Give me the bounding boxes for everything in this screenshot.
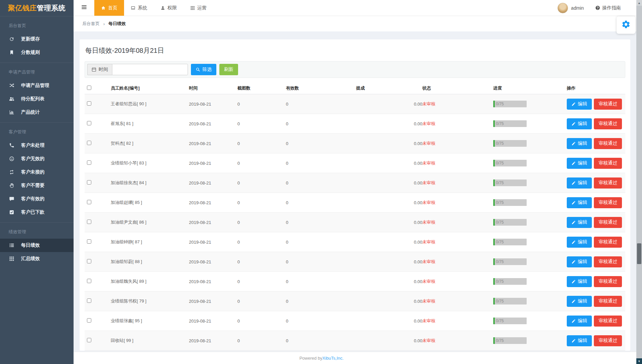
navbar-right: admin 操作指南 (557, 0, 636, 16)
progress-label: 0/75 (496, 140, 504, 147)
edit-button[interactable]: 编辑 (567, 256, 592, 267)
approve-button[interactable]: 审核通过 (594, 138, 622, 149)
calendar-icon (92, 67, 96, 72)
scroll-down-arrow-icon[interactable]: ▼ (636, 358, 642, 364)
sidebar-toggle-button[interactable] (74, 0, 94, 16)
edit-button[interactable]: 编辑 (567, 197, 592, 208)
row-date: 2019-08-21 (189, 213, 237, 232)
commission-value: 0.00 (356, 272, 422, 291)
edit-button[interactable]: 编辑 (567, 217, 592, 228)
progress-fill (493, 318, 495, 324)
scroll-up-arrow-icon[interactable]: ▲ (636, 0, 642, 6)
approve-button[interactable]: 审核通过 (594, 237, 622, 248)
commission-value: 0.00 (356, 311, 422, 331)
hand-icon (9, 183, 15, 188)
user-menu[interactable]: admin (557, 3, 584, 13)
edit-button[interactable]: 编辑 (567, 296, 592, 307)
footer-link[interactable]: XibuTs,Inc. (322, 356, 344, 361)
row-checkbox[interactable] (87, 200, 91, 204)
approve-button[interactable]: 审核通过 (594, 296, 622, 307)
scrollbar-thumb[interactable] (637, 243, 641, 264)
row-checkbox[interactable] (87, 121, 91, 125)
edit-button[interactable]: 编辑 (567, 158, 592, 169)
sidebar-section-label: 绩效管理 (0, 224, 74, 239)
guide-button[interactable]: 操作指南 (595, 5, 621, 11)
row-checkbox[interactable] (87, 141, 91, 145)
progress-label: 0/75 (496, 239, 504, 245)
sidebar-item-apply-product-manage[interactable]: 申请产品管理 (0, 79, 74, 92)
filter-panel: 时间 筛选 刷新 (85, 61, 625, 78)
nav-tab-ops[interactable]: 运营 (184, 0, 213, 16)
approve-button[interactable]: 审核通过 (594, 197, 622, 208)
refresh-button[interactable]: 刷新 (219, 64, 238, 75)
row-checkbox[interactable] (87, 298, 91, 303)
edit-button[interactable]: 编辑 (567, 316, 592, 327)
comment-icon (9, 196, 15, 202)
edit-button[interactable]: 编辑 (567, 335, 592, 346)
sidebar-item-customer-unhandled[interactable]: 客户未处理 (0, 139, 74, 152)
filter-button[interactable]: 筛选 (191, 64, 216, 75)
edit-button[interactable]: 编辑 (567, 99, 592, 110)
row-checkbox[interactable] (87, 239, 91, 244)
table-row: 业绩组张鑫[ 95 ]2019-08-21000.00未审核0/75编辑审核通过 (85, 311, 625, 331)
sidebar-item-label: 客户有效的 (21, 196, 44, 202)
edit-button[interactable]: 编辑 (567, 276, 592, 287)
sidebar-item-daily-performance[interactable]: 每日绩效 (0, 239, 74, 252)
row-checkbox[interactable] (87, 220, 91, 224)
row-checkbox[interactable] (87, 160, 91, 165)
settings-button[interactable] (617, 16, 635, 34)
progress-fill (493, 199, 495, 206)
approve-button[interactable]: 审核通过 (594, 177, 622, 189)
employee-name: 加油组尹文彪[ 86 ] (111, 213, 189, 232)
approve-button[interactable]: 审核通过 (594, 335, 622, 346)
progress-label: 0/75 (496, 298, 504, 305)
row-checkbox[interactable] (87, 259, 91, 263)
breadcrumb-separator: › (103, 21, 105, 26)
sidebar-item-label: 客户已下款 (21, 209, 44, 215)
sidebar-item-customer-loaned[interactable]: 客户已下款 (0, 206, 74, 219)
sidebar-item-refresh-cache[interactable]: 更新缓存 (0, 32, 74, 46)
row-checkbox[interactable] (87, 279, 91, 283)
sidebar-item-label: 申请产品管理 (21, 83, 49, 89)
row-checkbox[interactable] (87, 338, 91, 342)
select-all-checkbox[interactable] (87, 86, 91, 90)
approve-button[interactable]: 审核通过 (594, 316, 622, 327)
row-checkbox[interactable] (87, 318, 91, 323)
approve-button[interactable]: 审核通过 (594, 256, 622, 267)
approve-button[interactable]: 审核通过 (594, 118, 622, 129)
table-header-row: 员工姓名[编号]时间截图数有效数提成状态进度操作 (85, 83, 625, 94)
edit-button[interactable]: 编辑 (567, 138, 592, 149)
sidebar-item-assign-list[interactable]: 待分配列表 (0, 92, 74, 106)
approve-button[interactable]: 审核通过 (594, 276, 622, 287)
row-checkbox[interactable] (87, 180, 91, 185)
row-checkbox[interactable] (87, 101, 91, 106)
edit-button[interactable]: 编辑 (567, 177, 592, 189)
nav-tab-label: 运营 (197, 5, 207, 11)
edit-button[interactable]: 编辑 (567, 118, 592, 129)
sidebar-item-customer-valid[interactable]: 客户有效的 (0, 192, 74, 206)
employee-name: 回收站[ 99 ] (111, 331, 189, 351)
breadcrumb-home-link[interactable]: 后台首页 (82, 21, 100, 27)
sidebar-item-customer-missed[interactable]: 客户未接的 (0, 165, 74, 179)
nav-tab-system[interactable]: 系统 (124, 0, 154, 16)
sidebar-item-score-rules[interactable]: 分数规则 (0, 46, 74, 59)
breadcrumb-current: 每日绩效 (108, 21, 126, 27)
approve-button[interactable]: 审核通过 (594, 99, 622, 110)
nav-tab-home[interactable]: 首页 (94, 0, 124, 16)
time-input[interactable] (112, 64, 188, 75)
pencil-icon (571, 240, 576, 244)
sidebar-item-product-stats[interactable]: 产品统计 (0, 106, 74, 119)
sidebar-item-customer-invalid[interactable]: 客户无效的 (0, 152, 74, 165)
valid-count: 0 (286, 272, 356, 291)
nav-tab-perm[interactable]: 权限 (154, 0, 184, 16)
sidebar-item-summary-performance[interactable]: 汇总绩效 (0, 252, 74, 265)
sidebar-item-customer-noneed[interactable]: 客户不需要 (0, 179, 74, 192)
status-text: 未审核 (422, 291, 493, 311)
valid-count: 0 (286, 252, 356, 272)
sidebar-item-label: 客户不需要 (21, 183, 44, 189)
edit-button[interactable]: 编辑 (567, 237, 592, 248)
row-date: 2019-08-21 (189, 331, 237, 351)
approve-button[interactable]: 审核通过 (594, 158, 622, 169)
approve-button[interactable]: 审核通过 (594, 217, 622, 228)
sidebar-item-label: 客户未处理 (21, 142, 44, 148)
